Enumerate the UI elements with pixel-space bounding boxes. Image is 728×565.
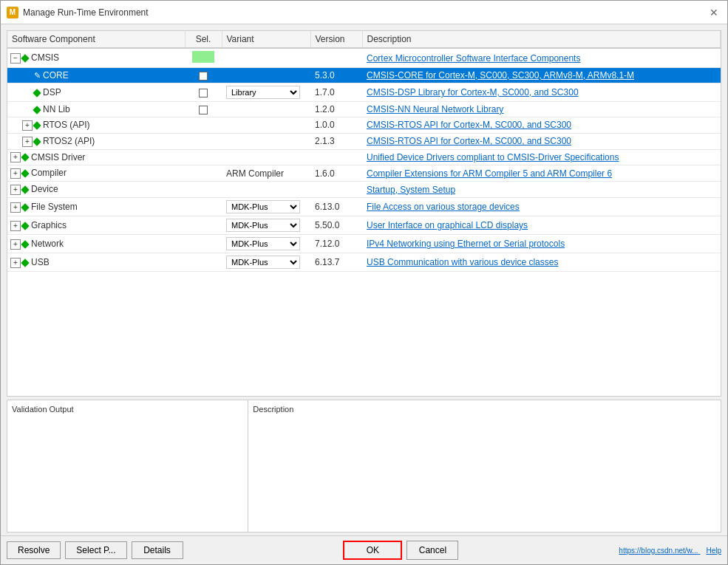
description-cell[interactable]: File Access on various storage devices — [362, 198, 721, 216]
sel-cell[interactable] — [185, 198, 222, 216]
expand-icon[interactable]: + — [10, 202, 21, 213]
variant-cell[interactable]: MDK-Plus — [222, 216, 310, 235]
description-link[interactable]: CMSIS-CORE for Cortex-M, SC000, SC300, A… — [367, 70, 634, 81]
description-cell[interactable]: CMSIS-CORE for Cortex-M, SC000, SC300, A… — [362, 68, 721, 83]
cancel-button[interactable]: Cancel — [406, 541, 458, 560]
component-cell: DSP — [7, 83, 185, 102]
description-cell[interactable]: Compiler Extensions for ARM Compiler 5 a… — [362, 165, 721, 182]
resolve-button[interactable]: Resolve — [7, 541, 61, 559]
table-row[interactable]: +RTOS (API)1.0.0CMSIS-RTOS API for Corte… — [7, 117, 721, 134]
description-link[interactable]: Startup, System Setup — [367, 185, 455, 195]
sel-checkbox[interactable] — [199, 89, 208, 97]
sel-cell[interactable] — [185, 253, 222, 272]
variant-select[interactable]: MDK-Plus — [226, 237, 300, 250]
description-link[interactable]: Compiler Extensions for ARM Compiler 5 a… — [367, 168, 612, 179]
table-row[interactable]: DSPLibrary1.7.0CMSIS-DSP Library for Cor… — [7, 83, 721, 102]
component-cell: +File System — [7, 198, 185, 216]
table-row[interactable]: −CMSISCortex Microcontroller Software In… — [7, 48, 721, 68]
title-bar: M Manage Run-Time Environment ✕ — [1, 1, 727, 24]
description-panel: Description — [248, 400, 721, 532]
variant-select[interactable]: MDK-Plus — [226, 200, 300, 213]
close-button[interactable]: ✕ — [707, 5, 721, 20]
diamond-icon — [21, 222, 29, 230]
description-link[interactable]: CMSIS-RTOS API for Cortex-M, SC000, and … — [367, 120, 571, 130]
description-link[interactable]: CMSIS-DSP Library for Cortex-M, SC000, a… — [367, 87, 579, 97]
sel-checkbox[interactable] — [199, 106, 208, 114]
expand-icon[interactable]: + — [10, 185, 21, 195]
table-row[interactable]: NN Lib1.2.0CMSIS-NN Neural Network Libra… — [7, 102, 721, 117]
diamond-icon — [21, 185, 29, 194]
description-cell[interactable]: Startup, System Setup — [362, 182, 721, 198]
description-link[interactable]: Unified Device Drivers compliant to CMSI… — [367, 152, 619, 162]
description-cell[interactable]: CMSIS-RTOS API for Cortex-M, SC000, and … — [362, 117, 721, 134]
sel-cell[interactable] — [185, 48, 222, 68]
sel-cell[interactable] — [185, 182, 222, 198]
sel-cell[interactable] — [185, 149, 222, 165]
description-link[interactable]: USB Communication with various device cl… — [367, 257, 558, 267]
sel-cell[interactable] — [185, 133, 222, 149]
help-label[interactable]: Help — [706, 547, 721, 555]
table-row[interactable]: +GraphicsMDK-Plus5.50.0User Interface on… — [7, 216, 721, 235]
select-p-button[interactable]: Select P... — [65, 541, 126, 559]
variant-cell — [222, 68, 310, 83]
variant-select[interactable]: Library — [226, 86, 300, 99]
sel-cell[interactable] — [185, 83, 222, 102]
sel-cell[interactable] — [185, 216, 222, 235]
title-bar-left: M Manage Run-Time Environment — [7, 7, 149, 18]
sel-cell[interactable] — [185, 165, 222, 182]
table-row[interactable]: ✎CORE5.3.0CMSIS-CORE for Cortex-M, SC000… — [7, 68, 721, 83]
variant-select[interactable]: MDK-Plus — [226, 219, 300, 232]
description-cell[interactable]: User Interface on graphical LCD displays — [362, 216, 721, 235]
table-row[interactable]: +CompilerARM Compiler1.6.0Compiler Exten… — [7, 165, 721, 182]
description-cell[interactable]: Cortex Microcontroller Software Interfac… — [362, 48, 721, 68]
description-cell[interactable]: IPv4 Networking using Ethernet or Serial… — [362, 235, 721, 253]
description-link[interactable]: CMSIS-RTOS API for Cortex-M, SC000, and … — [367, 136, 571, 146]
version-cell — [310, 182, 362, 198]
description-label: Description — [253, 405, 716, 414]
description-link[interactable]: IPv4 Networking using Ethernet or Serial… — [367, 239, 565, 249]
ok-button[interactable]: OK — [343, 541, 402, 560]
variant-cell[interactable]: MDK-Plus — [222, 198, 310, 216]
sel-cell[interactable] — [185, 235, 222, 253]
expand-icon[interactable]: + — [10, 168, 21, 179]
expand-icon[interactable]: + — [10, 221, 21, 231]
description-cell[interactable]: CMSIS-NN Neural Network Library — [362, 102, 721, 117]
table-row[interactable]: +DeviceStartup, System Setup — [7, 182, 721, 198]
description-cell[interactable]: Unified Device Drivers compliant to CMSI… — [362, 149, 721, 165]
description-cell[interactable]: CMSIS-RTOS API for Cortex-M, SC000, and … — [362, 133, 721, 149]
expand-icon[interactable]: + — [22, 120, 33, 131]
variant-cell[interactable]: MDK-Plus — [222, 235, 310, 253]
table-row[interactable]: +CMSIS DriverUnified Device Drivers comp… — [7, 149, 721, 165]
lower-area: Validation Output Description — [7, 400, 721, 533]
pencil-icon: ✎ — [34, 71, 41, 80]
sel-cell[interactable] — [185, 117, 222, 134]
expand-icon[interactable]: + — [10, 258, 21, 268]
variant-cell[interactable]: Library — [222, 83, 310, 102]
expand-icon[interactable]: − — [10, 53, 21, 64]
table-row[interactable]: +NetworkMDK-Plus7.12.0IPv4 Networking us… — [7, 235, 721, 253]
table-row[interactable]: +USBMDK-Plus6.13.7USB Communication with… — [7, 253, 721, 272]
expand-icon[interactable]: + — [10, 239, 21, 250]
description-cell[interactable]: CMSIS-DSP Library for Cortex-M, SC000, a… — [362, 83, 721, 102]
description-link[interactable]: CMSIS-NN Neural Network Library — [367, 104, 503, 114]
component-label: Network — [31, 239, 64, 249]
table-row[interactable]: +RTOS2 (API)2.1.3CMSIS-RTOS API for Cort… — [7, 133, 721, 149]
description-link[interactable]: Cortex Microcontroller Software Interfac… — [367, 53, 580, 64]
component-label: CMSIS Driver — [31, 152, 85, 162]
variant-select[interactable]: MDK-Plus — [226, 256, 300, 269]
sel-cell[interactable] — [185, 68, 222, 83]
details-button[interactable]: Details — [132, 541, 183, 559]
component-table-container[interactable]: Software Component Sel. Variant Version … — [7, 30, 721, 397]
version-cell — [310, 48, 362, 68]
sel-cell[interactable] — [185, 102, 222, 117]
description-cell[interactable]: USB Communication with various device cl… — [362, 253, 721, 272]
table-row[interactable]: +File SystemMDK-Plus6.13.0File Access on… — [7, 198, 721, 216]
sel-checkbox[interactable] — [199, 72, 208, 81]
expand-icon[interactable]: + — [10, 152, 21, 162]
description-link[interactable]: User Interface on graphical LCD displays — [367, 220, 528, 230]
variant-cell — [222, 48, 310, 68]
variant-cell[interactable]: MDK-Plus — [222, 253, 310, 272]
component-label: CORE — [43, 70, 69, 81]
description-link[interactable]: File Access on various storage devices — [367, 202, 520, 212]
expand-icon[interactable]: + — [22, 137, 33, 147]
